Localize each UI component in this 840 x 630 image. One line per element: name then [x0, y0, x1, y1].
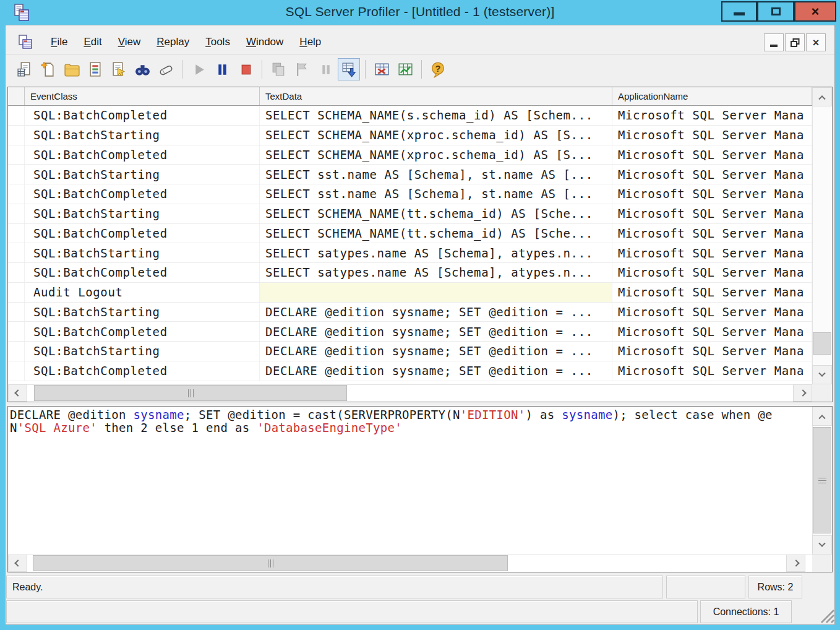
- table-row[interactable]: SQL:BatchCompletedSELECT SCHEMA_NAME(tt.…: [8, 224, 812, 244]
- table-cell: SELECT SCHEMA_NAME(xproc.schema_id) AS […: [260, 145, 612, 165]
- sql-preview-code[interactable]: DECLARE @edition sysname; SET @edition =…: [8, 407, 812, 554]
- stop-trace-icon: [238, 61, 254, 78]
- menu-replay[interactable]: Replay: [148, 33, 197, 51]
- menu-file[interactable]: File: [43, 33, 75, 51]
- table-row[interactable]: SQL:BatchCompletedDECLARE @edition sysna…: [8, 322, 812, 342]
- mdi-restore-button[interactable]: [785, 33, 805, 51]
- menu-help[interactable]: Help: [291, 33, 329, 51]
- table-cell: DECLARE @edition sysname; SET @edition =…: [260, 303, 612, 322]
- table-cell: SELECT SCHEMA_NAME(xproc.schema_id) AS […: [260, 126, 612, 145]
- table-row[interactable]: SQL:BatchStartingSELECT sst.name AS [Sch…: [8, 165, 812, 184]
- table-cell: [260, 283, 612, 302]
- status-empty-panel: [666, 576, 745, 598]
- table-row[interactable]: SQL:BatchStartingDECLARE @edition sysnam…: [8, 342, 812, 361]
- table-row[interactable]: SQL:BatchCompletedSELECT sst.name AS [Sc…: [8, 184, 812, 204]
- table-cell: SELECT sst.name AS [Schema], st.name AS …: [260, 165, 612, 184]
- column-header-label: TextData: [265, 91, 302, 101]
- table-cell: SQL:BatchStarting: [25, 126, 260, 145]
- open-trace-button[interactable]: [61, 58, 83, 80]
- table-cell: [8, 342, 25, 361]
- grid-hscroll-left-button[interactable]: [8, 384, 27, 402]
- table-cell: [8, 224, 25, 243]
- table-row[interactable]: SQL:BatchCompletedSELECT SCHEMA_NAME(s.s…: [8, 106, 812, 126]
- table-cell: DECLARE @edition sysname; SET @edition =…: [260, 322, 612, 341]
- connections-panel: Connections: 1: [700, 600, 792, 623]
- chevron-down-icon: [818, 540, 825, 546]
- table-cell: SQL:BatchStarting: [25, 243, 260, 262]
- table-cell: Audit Logout: [25, 283, 260, 302]
- organize-columns-button[interactable]: [371, 58, 393, 80]
- mdi-minimize-button[interactable]: [764, 33, 784, 51]
- table-cell: SELECT satypes.name AS [Schema], atypes.…: [260, 263, 612, 282]
- maximize-icon: [771, 7, 781, 15]
- resize-grip[interactable]: [818, 608, 835, 624]
- close-button[interactable]: ×: [794, 1, 836, 22]
- toolbar-separator: [262, 60, 262, 79]
- start-trace-icon: [191, 61, 207, 78]
- column-header-eventclass[interactable]: EventClass: [25, 87, 260, 105]
- grid-hscroll-thumb[interactable]: [34, 385, 347, 401]
- editor-vscroll-up-button[interactable]: [812, 407, 832, 426]
- new-document-button[interactable]: [37, 58, 59, 80]
- maximize-button[interactable]: [757, 1, 794, 22]
- aggregate-view-button[interactable]: [394, 58, 416, 80]
- open-trace-table-button[interactable]: [84, 58, 106, 80]
- clear-trace-icon: [158, 61, 174, 78]
- stop-trace-button[interactable]: [234, 58, 257, 80]
- toolbar-separator: [365, 60, 366, 79]
- table-row[interactable]: SQL:BatchStartingDECLARE @edition sysnam…: [8, 303, 812, 322]
- grid-vscroll-up-button[interactable]: [812, 87, 832, 106]
- table-cell: DECLARE @edition sysname; SET @edition =…: [260, 342, 612, 361]
- menu-window[interactable]: Window: [238, 33, 291, 51]
- table-cell: SQL:BatchCompleted: [25, 263, 260, 282]
- open-trace-table-icon: [87, 61, 104, 78]
- clear-trace-button[interactable]: [155, 58, 177, 80]
- title-bar: SQL Server Profiler - [Untitled - 1 (tes…: [0, 0, 840, 25]
- table-row[interactable]: Audit LogoutMicrosoft SQL Server Mana: [8, 283, 812, 303]
- pause-trace-button[interactable]: [211, 58, 233, 80]
- find-button[interactable]: [131, 58, 153, 80]
- table-row[interactable]: SQL:BatchStartingSELECT satypes.name AS …: [8, 243, 812, 263]
- trace-properties-button[interactable]: [108, 58, 130, 80]
- minimize-icon: [734, 12, 745, 15]
- grid-hscroll-right-button[interactable]: [793, 384, 812, 402]
- editor-hscroll-left-button[interactable]: [8, 554, 27, 572]
- grid-vscroll-thumb[interactable]: [813, 332, 831, 355]
- table-cell: Microsoft SQL Server Mana: [612, 165, 812, 184]
- editor-hscroll-thumb[interactable]: [33, 555, 508, 571]
- table-row[interactable]: SQL:BatchStartingSELECT SCHEMA_NAME(tt.s…: [8, 204, 812, 224]
- code-line: N'SQL Azure' then 2 else 1 end as 'Datab…: [10, 421, 812, 434]
- help-button[interactable]: ?: [427, 58, 449, 80]
- minimize-button[interactable]: [721, 1, 757, 22]
- toggle-breakpoint-button: [314, 58, 336, 80]
- editor-vscroll-down-button[interactable]: [812, 535, 832, 554]
- menu-edit[interactable]: Edit: [75, 33, 109, 51]
- table-row[interactable]: SQL:BatchStartingSELECT SCHEMA_NAME(xpro…: [8, 126, 812, 145]
- column-header-textdata[interactable]: TextData: [260, 87, 612, 105]
- table-cell: [8, 106, 25, 125]
- menu-bar: FileEditViewReplayToolsWindowHelp ×: [6, 30, 834, 54]
- rows-count: Rows: 2: [758, 582, 794, 593]
- table-cell: Microsoft SQL Server Mana: [612, 361, 812, 381]
- window-title: SQL Server Profiler - [Untitled - 1 (tes…: [0, 4, 840, 19]
- status-text: Ready.: [12, 582, 43, 593]
- start-trace-button: [187, 58, 210, 80]
- table-cell: Microsoft SQL Server Mana: [612, 283, 812, 302]
- grid-vscroll-down-button[interactable]: [812, 365, 832, 384]
- run-to-cursor-icon: [294, 61, 311, 78]
- editor-vscroll-thumb[interactable]: [813, 427, 831, 533]
- menu-view[interactable]: View: [110, 33, 149, 51]
- menu-tools[interactable]: Tools: [197, 33, 238, 51]
- column-header-label: ApplicationName: [618, 91, 688, 101]
- table-row[interactable]: SQL:BatchCompletedSELECT satypes.name AS…: [8, 263, 812, 283]
- new-trace-icon: [17, 61, 33, 78]
- table-row[interactable]: SQL:BatchCompletedSELECT SCHEMA_NAME(xpr…: [8, 145, 812, 165]
- mdi-close-button[interactable]: ×: [806, 33, 826, 51]
- organize-columns-icon: [374, 61, 390, 78]
- table-row[interactable]: SQL:BatchCompletedDECLARE @edition sysna…: [8, 361, 812, 381]
- column-header-applicationname[interactable]: ApplicationName: [612, 87, 812, 105]
- row-selector-header[interactable]: [8, 87, 25, 105]
- new-trace-button[interactable]: [14, 58, 36, 80]
- editor-hscroll-right-button[interactable]: [786, 554, 805, 572]
- auto-scroll-button[interactable]: [338, 58, 360, 80]
